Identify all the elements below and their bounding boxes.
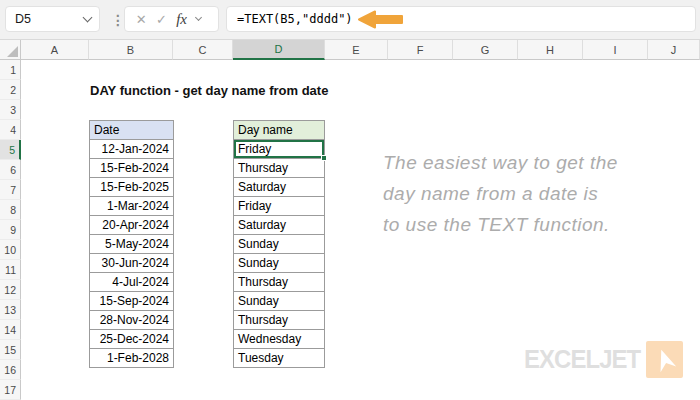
row-header-7[interactable]: 7	[0, 180, 21, 200]
column-header-d[interactable]: D	[233, 40, 325, 60]
row-header-6[interactable]: 6	[0, 160, 21, 180]
date-cell[interactable]: 15-Feb-2024	[89, 158, 174, 178]
formula-buttons: ✕ ✓ fx	[124, 6, 219, 32]
row-header-2[interactable]: 2	[0, 80, 21, 100]
formula-bar-handle-icon: ⋮	[111, 0, 125, 40]
select-all-corner[interactable]	[0, 40, 21, 60]
day-cell[interactable]: Thursday	[233, 158, 325, 178]
exceljet-logo: EXCELJET	[524, 341, 683, 378]
row-header-3[interactable]: 3	[0, 100, 21, 120]
cell-b2-title[interactable]: DAY function - get day name from date	[90, 83, 328, 98]
day-cell[interactable]: Thursday	[233, 310, 325, 330]
exceljet-logo-mark	[646, 341, 683, 378]
day-cell[interactable]: Tuesday	[233, 348, 325, 368]
row-header-9[interactable]: 9	[0, 220, 21, 240]
date-cell[interactable]: 5-May-2024	[89, 234, 174, 254]
row-headers: 1234567891011121314151617	[0, 60, 21, 400]
date-cell[interactable]: 4-Jul-2024	[89, 272, 174, 292]
day-cell[interactable]: Wednesday	[233, 329, 325, 349]
day-cell[interactable]: Friday	[233, 196, 325, 216]
day-cell-selected-d5[interactable]: Friday	[233, 139, 325, 159]
paper-plane-icon	[652, 347, 678, 373]
date-cell[interactable]: 15-Sep-2024	[89, 291, 174, 311]
row-header-15[interactable]: 15	[0, 340, 21, 360]
orange-annotation-arrow-icon	[358, 10, 404, 29]
date-cell[interactable]: 1-Feb-2028	[89, 348, 174, 368]
date-cell[interactable]: 28-Nov-2024	[89, 310, 174, 330]
fill-handle[interactable]	[321, 155, 327, 161]
column-headers: ABCDEFGHIJ	[0, 40, 700, 60]
day-cell[interactable]: Saturday	[233, 177, 325, 197]
day-cell[interactable]: Thursday	[233, 272, 325, 292]
date-cell[interactable]: 1-Mar-2024	[89, 196, 174, 216]
day-cell[interactable]: Sunday	[233, 253, 325, 273]
column-header-a[interactable]: A	[21, 40, 89, 60]
column-header-i[interactable]: I	[583, 40, 648, 60]
row-header-13[interactable]: 13	[0, 300, 21, 320]
row-header-5[interactable]: 5	[0, 140, 21, 160]
column-header-f[interactable]: F	[388, 40, 453, 60]
annotation-line: to use the TEXT function.	[383, 209, 683, 240]
cancel-icon[interactable]: ✕	[136, 12, 147, 27]
exceljet-logo-text: EXCELJET	[524, 344, 640, 375]
formula-text: =TEXT(B5,"dddd")	[237, 12, 353, 26]
row-header-16[interactable]: 16	[0, 360, 21, 380]
column-header-e[interactable]: E	[325, 40, 388, 60]
column-header-b[interactable]: B	[89, 40, 173, 60]
column-header-g[interactable]: G	[453, 40, 518, 60]
name-box[interactable]: D5	[5, 6, 100, 32]
date-cell[interactable]: 12-Jan-2024	[89, 139, 174, 159]
row-header-1[interactable]: 1	[0, 60, 21, 80]
date-cell[interactable]: 15-Feb-2025	[89, 177, 174, 197]
row-header-4[interactable]: 4	[0, 120, 21, 140]
name-box-value: D5	[15, 12, 31, 26]
day-name-header-cell[interactable]: Day name	[233, 120, 325, 140]
row-header-10[interactable]: 10	[0, 240, 21, 260]
column-header-j[interactable]: J	[648, 40, 700, 60]
row-header-11[interactable]: 11	[0, 260, 21, 280]
date-cell[interactable]: 30-Jun-2024	[89, 253, 174, 273]
day-cell[interactable]: Sunday	[233, 291, 325, 311]
enter-icon[interactable]: ✓	[156, 12, 167, 27]
select-all-triangle-icon	[7, 46, 18, 57]
excel-window: D5 ⋮ ✕ ✓ fx =TEXT(B5,"dddd") ABCDEFGHIJ …	[0, 0, 700, 400]
row-header-8[interactable]: 8	[0, 200, 21, 220]
row-header-12[interactable]: 12	[0, 280, 21, 300]
fx-chevron-down-icon[interactable]	[195, 14, 202, 21]
insert-function-icon[interactable]: fx	[176, 11, 187, 28]
date-header-cell[interactable]: Date	[89, 120, 174, 140]
date-cell[interactable]: 20-Apr-2024	[89, 215, 174, 235]
date-table: Date 12-Jan-202415-Feb-202415-Feb-20251-…	[89, 120, 174, 368]
formula-bar: D5 ⋮ ✕ ✓ fx =TEXT(B5,"dddd")	[0, 0, 700, 40]
annotation-line: The easiest way to get the	[383, 147, 683, 178]
handwritten-annotation: The easiest way to get the day name from…	[383, 147, 683, 240]
annotation-line: day name from a date is	[383, 178, 683, 209]
chevron-down-icon[interactable]	[83, 13, 93, 23]
row-header-17[interactable]: 17	[0, 380, 21, 400]
formula-input[interactable]: =TEXT(B5,"dddd")	[226, 6, 696, 32]
row-header-14[interactable]: 14	[0, 320, 21, 340]
day-cell[interactable]: Saturday	[233, 215, 325, 235]
day-name-table: Day name FridayThursdaySaturdayFridaySat…	[233, 120, 325, 368]
date-cell[interactable]: 25-Dec-2024	[89, 329, 174, 349]
column-header-c[interactable]: C	[173, 40, 233, 60]
day-cell[interactable]: Sunday	[233, 234, 325, 254]
column-header-h[interactable]: H	[518, 40, 583, 60]
